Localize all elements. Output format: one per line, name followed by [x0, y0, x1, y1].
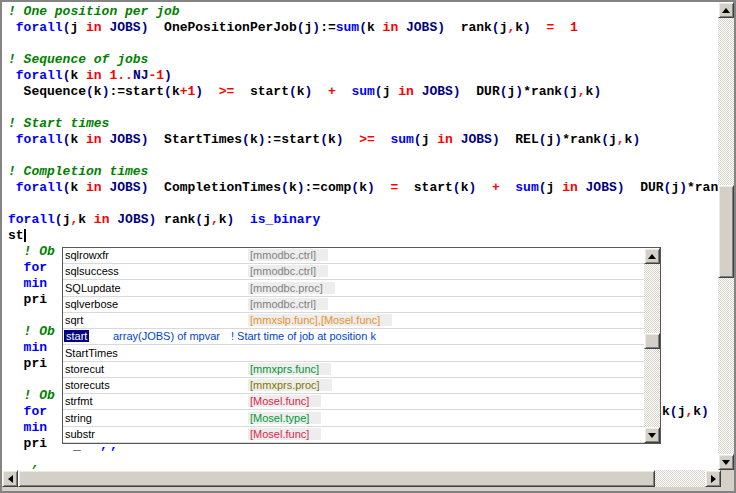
code-line: , [32, 456, 40, 470]
code-token: ) [164, 68, 172, 83]
code-token: :=start [266, 132, 321, 147]
code-token: + [328, 84, 336, 99]
code-token: ( [601, 132, 609, 147]
autocomplete-item[interactable]: strfmt[Mosel.func] [63, 394, 644, 410]
autocomplete-item[interactable]: sqlrowxfr[mmodbc.ctrl] [63, 248, 644, 264]
code-token [554, 20, 570, 35]
code-token: j [570, 84, 578, 99]
code-token: pri [8, 436, 47, 451]
code-token: JOBS) [422, 84, 461, 99]
autocomplete-item[interactable]: sqrt[mmxslp.func],[Mosel.func] [63, 313, 644, 329]
up-arrow-icon [648, 254, 656, 259]
code-token: start [398, 180, 453, 195]
scrollbar-corner [721, 470, 734, 487]
horizontal-scrollbar[interactable] [2, 470, 721, 487]
code-token: ! Ob [8, 388, 55, 403]
code-token: ( [297, 20, 305, 35]
autocomplete-item-module-annotation: [Mosel.func] [248, 395, 321, 407]
autocomplete-item[interactable]: substr[Mosel.func] [63, 427, 644, 443]
code-line: Sequence(k):=start(k+1) >= start(k) + su… [8, 84, 601, 100]
autocomplete-item[interactable]: sqlverbose[mmodbc.ctrl] [63, 297, 644, 313]
autocomplete-item-label: storecuts [65, 379, 110, 391]
code-token: ( [242, 132, 250, 147]
code-token: ( [86, 84, 94, 99]
up-arrow-icon [722, 8, 730, 13]
autocomplete-item[interactable]: storecut[mmxprs.func] [63, 362, 644, 378]
code-token: , [617, 132, 625, 147]
code-token [344, 132, 360, 147]
code-token: k [70, 180, 86, 195]
code-line: k(j,k) [662, 404, 709, 420]
code-token: start [234, 84, 289, 99]
vertical-scrollbar-thumb[interactable] [718, 185, 734, 278]
code-token: ( [539, 180, 547, 195]
autocomplete-scroll-down-button[interactable] [644, 427, 660, 443]
scroll-up-button[interactable] [718, 2, 734, 18]
code-token: in [86, 68, 102, 83]
code-token [375, 180, 391, 195]
code-line: min [8, 340, 47, 356]
code-token [578, 180, 586, 195]
code-token: -1 [148, 68, 164, 83]
code-token: , [578, 84, 586, 99]
autocomplete-item[interactable]: storecuts[mmxprs.proc] [63, 378, 644, 394]
autocomplete-scrollbar[interactable] [644, 248, 660, 443]
scroll-left-button[interactable] [2, 470, 18, 487]
code-line: min [8, 276, 47, 292]
scroll-right-button[interactable] [705, 470, 721, 487]
code-token [8, 260, 24, 275]
vertical-scrollbar[interactable] [718, 2, 734, 470]
code-line: ! Ob [8, 324, 55, 340]
code-token: Sequence [8, 84, 86, 99]
code-token: in [562, 180, 578, 195]
code-line: for [8, 404, 47, 420]
scroll-down-button[interactable] [718, 454, 734, 470]
autocomplete-item-label: sqrt [65, 314, 83, 326]
code-line: pri [8, 292, 47, 308]
code-token: k [367, 20, 383, 35]
autocomplete-scrollbar-thumb[interactable] [644, 333, 660, 349]
code-token: JOBS) [406, 20, 445, 35]
code-token: forall [16, 20, 63, 35]
code-line: ! One position per job [8, 4, 180, 20]
horizontal-scrollbar-thumb[interactable] [18, 470, 655, 487]
code-token: *rank [523, 84, 562, 99]
code-token: ) [258, 132, 266, 147]
down-arrow-icon [722, 460, 730, 465]
autocomplete-scroll-up-button[interactable] [644, 248, 660, 264]
code-token: j [547, 180, 563, 195]
autocomplete-item[interactable]: startarray(JOBS) of mpvar! Start time of… [63, 329, 644, 345]
code-token: , [32, 456, 40, 470]
code-token: ( [55, 212, 63, 227]
autocomplete-item-module-annotation: [mmodbc.ctrl] [248, 265, 328, 277]
autocomplete-item[interactable]: SQLupdate[mmodbc.proc] [63, 281, 644, 297]
code-line: ! Ob [8, 388, 55, 404]
code-token: StartTimes [148, 132, 242, 147]
autocomplete-item[interactable]: StartTimes [63, 346, 644, 362]
code-token: k [289, 180, 297, 195]
code-line: pri [8, 436, 47, 452]
code-token: j [383, 84, 399, 99]
code-token: in [86, 180, 102, 195]
code-token [500, 180, 516, 195]
autocomplete-item[interactable]: string[Mosel.type] [63, 411, 644, 427]
autocomplete-item[interactable]: sqlsuccess[mmodbc.ctrl] [63, 264, 644, 280]
autocomplete-item-label: sqlverbose [65, 298, 118, 310]
autocomplete-item-label: SQLupdate [65, 282, 121, 294]
code-token: ! Sequence of jobs [8, 52, 148, 67]
code-token: forall [16, 132, 63, 147]
code-token [375, 132, 391, 147]
code-token: ( [375, 84, 383, 99]
autocomplete-item-module-annotation: [mmxprs.proc] [248, 379, 332, 391]
autocomplete-item-module-annotation: [mmxprs.func] [248, 363, 331, 375]
autocomplete-item-label: string [65, 412, 92, 424]
code-token: in [94, 212, 110, 227]
code-token [8, 20, 16, 35]
autocomplete-item-label: storecut [65, 363, 104, 375]
autocomplete-list: sqlrowxfr[mmodbc.ctrl]sqlsuccess[mmodbc.… [63, 248, 644, 443]
code-token: ! Ob [8, 244, 55, 259]
code-token: min [24, 276, 47, 291]
code-token [8, 68, 16, 83]
code-token: :=start [109, 84, 164, 99]
down-arrow-icon [648, 433, 656, 438]
